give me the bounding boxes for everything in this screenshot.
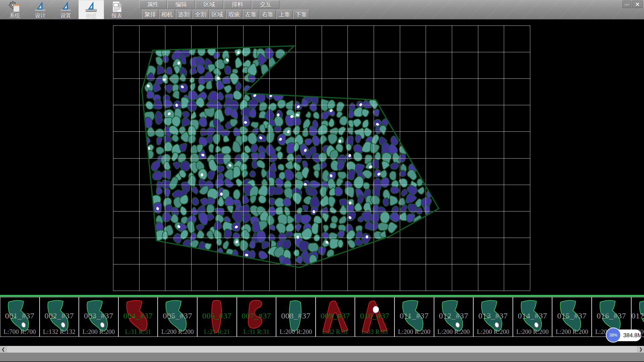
menu-交互[interactable]: 交互: [252, 0, 279, 9]
piece-lr-count: L:200 R:200: [158, 328, 197, 336]
piece-lr-count: L:21 R:21: [198, 328, 236, 336]
piece-lr-count: L:200 R:200: [434, 328, 473, 336]
piece-id-label: 015_#37: [552, 311, 591, 320]
piece-lr-count: L:200 R:200: [276, 328, 315, 336]
piece-id-label: 002_#37: [40, 311, 79, 320]
thumbnail-list: 001_#37L:700 R:700002_#37L:132 R:132003_…: [0, 297, 644, 337]
piece-id-label: 013_#37: [474, 311, 513, 320]
status-bar: [0, 353, 644, 361]
app-tab-bar: 系统设计设置排版报表: [2, 0, 129, 19]
thumbnail-strip: 001_#37L:700 R:700002_#37L:132 R:132003_…: [0, 295, 644, 337]
piece-id-label: 012_#37: [434, 311, 473, 320]
app-tab-label: 报表: [111, 13, 122, 18]
app-tab-系统[interactable]: 系统: [2, 0, 28, 19]
piece-lr-count: L:33 R:33: [355, 328, 394, 336]
nesting-canvas[interactable]: [0, 19, 644, 295]
thumbnail-017_#37[interactable]: 017_#37L:200 R:200: [631, 297, 644, 337]
piece-id-label: 009_#37: [316, 311, 355, 320]
thumbnail-003_#37[interactable]: 003_#37L:200 R:200: [79, 297, 118, 337]
thumbnail-015_#37[interactable]: 015_#37L:200 R:200: [552, 297, 592, 337]
thumbnail-011_#37[interactable]: 011_#37L:200 R:200: [394, 297, 434, 337]
piece-id-label: 010_#37: [355, 311, 394, 320]
piece-lr-count: L:132 R:132: [40, 328, 79, 336]
tool-相机[interactable]: 相机: [159, 10, 175, 19]
set-square-icon: [85, 1, 98, 13]
thumbnail-009_#37[interactable]: 009_#37L:32 R:31: [316, 297, 355, 337]
tool-区域[interactable]: 区域: [209, 10, 225, 19]
thumbnail-012_#37[interactable]: 012_#37L:200 R:200: [434, 297, 474, 337]
menu-属性[interactable]: 属性: [139, 0, 167, 9]
app-tab-报表[interactable]: 报表: [104, 0, 129, 19]
piece-id-label: 004_#37: [119, 311, 158, 320]
thumbnail-004_#37[interactable]: 004_#37L:31 R:31: [118, 297, 158, 337]
thumbnail-010_#37[interactable]: 010_#37L:33 R:33: [355, 297, 394, 337]
piece-lr-count: L:200 R:200: [632, 328, 644, 336]
thumbnail-002_#37[interactable]: 002_#37L:132 R:132: [40, 297, 79, 337]
thumbnail-016_#37[interactable]: 016_#37L:200 R:200: [592, 297, 631, 337]
report-doc-icon: [110, 1, 123, 13]
scroll-right-icon[interactable]: ❯: [637, 346, 644, 353]
menu-bar: 属性编辑区域排料交互: [139, 0, 280, 9]
menu-编辑[interactable]: 编辑: [167, 0, 195, 9]
piece-lr-count: L:200 R:200: [395, 328, 434, 336]
menu-区域[interactable]: 区域: [196, 0, 223, 9]
tool-聚排[interactable]: 聚排: [142, 10, 158, 19]
tool-瑕疵[interactable]: 瑕疵: [226, 10, 242, 19]
thumbnail-006_#37[interactable]: 006_#37L:21 R:21: [197, 297, 237, 337]
app-tab-label: 设计: [35, 13, 46, 18]
piece-lr-count: L:200 R:200: [592, 328, 631, 336]
piece-id-label: 017_#37: [632, 311, 644, 320]
menu-排料[interactable]: 排料: [224, 0, 251, 9]
piece-lr-count: L:31 R:31: [119, 328, 158, 336]
tool-全割[interactable]: 全割: [193, 10, 209, 19]
tool-bar: 聚排相机选割全割区域瑕疵左靠右靠上靠下靠: [142, 10, 310, 19]
thumbnail-007_#37[interactable]: 007_#37L:31 R:31: [237, 297, 276, 337]
application-window: 系统设计设置排版报表 属性编辑区域排料交互 聚排相机选割全割区域瑕疵左靠右靠上靠…: [0, 0, 644, 362]
piece-lr-count: L:32 R:31: [316, 328, 355, 336]
piece-id-label: 007_#37: [237, 311, 276, 320]
set-square-icon: [59, 1, 72, 13]
thumbnail-008_#37[interactable]: 008_#37L:200 R:200: [276, 297, 316, 337]
tool-选割[interactable]: 选割: [176, 10, 192, 19]
thumbnail-001_#37[interactable]: 001_#37L:700 R:700: [0, 297, 40, 337]
piece-lr-count: L:700 R:700: [0, 328, 39, 336]
thumbnail-014_#37[interactable]: 014_#37L:200 R:200: [513, 297, 552, 337]
app-tab-label: 设置: [60, 13, 71, 18]
system-gear-icon: [8, 1, 21, 13]
set-square-icon: [34, 1, 47, 13]
piece-lr-count: L:200 R:200: [513, 328, 552, 336]
thumbnail-013_#37[interactable]: 013_#37L:200 R:200: [473, 297, 513, 337]
tool-上靠[interactable]: 上靠: [276, 10, 292, 19]
tool-下靠[interactable]: 下靠: [293, 10, 309, 19]
piece-id-label: 016_#37: [592, 311, 631, 320]
piece-id-label: 006_#37: [198, 311, 236, 320]
window-controls: — ✕: [623, 1, 643, 8]
piece-id-label: 003_#37: [79, 311, 118, 320]
piece-id-label: 014_#37: [513, 311, 552, 320]
piece-lr-count: L:200 R:200: [79, 328, 118, 336]
ribbon: 系统设计设置排版报表 属性编辑区域排料交互 聚排相机选割全割区域瑕疵左靠右靠上靠…: [0, 0, 644, 19]
scroll-left-icon[interactable]: ❮: [0, 346, 7, 353]
piece-id-label: 011_#37: [395, 311, 434, 320]
close-button[interactable]: ✕: [632, 1, 643, 8]
app-tab-排版[interactable]: 排版: [78, 0, 104, 19]
app-tab-设置[interactable]: 设置: [53, 0, 78, 19]
piece-id-label: 001_#37: [0, 311, 39, 320]
piece-lr-count: L:200 R:200: [474, 328, 513, 336]
minimize-button[interactable]: —: [623, 1, 631, 8]
thumbnail-005_#37[interactable]: 005_#37L:200 R:200: [158, 297, 197, 337]
horizontal-scrollbar[interactable]: ❮ ❯: [0, 346, 644, 353]
piece-id-label: 008_#37: [276, 311, 315, 320]
app-tab-设计[interactable]: 设计: [28, 0, 53, 19]
piece-lr-count: L:31 R:31: [237, 328, 276, 336]
tool-右靠[interactable]: 右靠: [260, 10, 276, 19]
app-tab-label: 排版: [86, 13, 97, 18]
piece-lr-count: L:200 R:200: [552, 328, 591, 336]
piece-id-label: 005_#37: [158, 311, 197, 320]
tool-左靠[interactable]: 左靠: [243, 10, 259, 19]
app-tab-label: 系统: [9, 13, 20, 18]
